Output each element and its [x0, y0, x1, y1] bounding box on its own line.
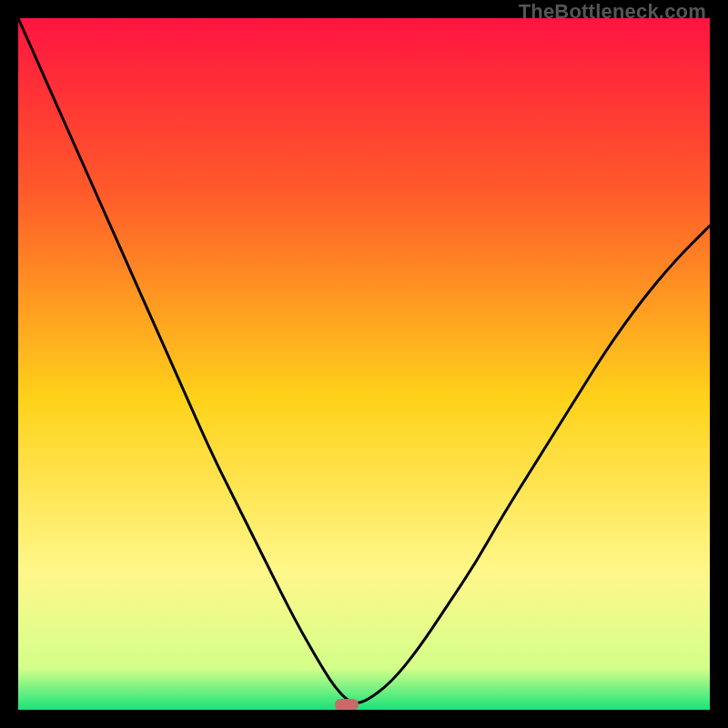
chart-frame: TheBottleneck.com — [0, 0, 728, 728]
gradient-background — [18, 18, 710, 710]
optimum-marker — [335, 699, 359, 710]
chart-svg — [18, 18, 710, 710]
watermark-text: TheBottleneck.com — [519, 0, 706, 24]
plot-area — [18, 18, 710, 710]
